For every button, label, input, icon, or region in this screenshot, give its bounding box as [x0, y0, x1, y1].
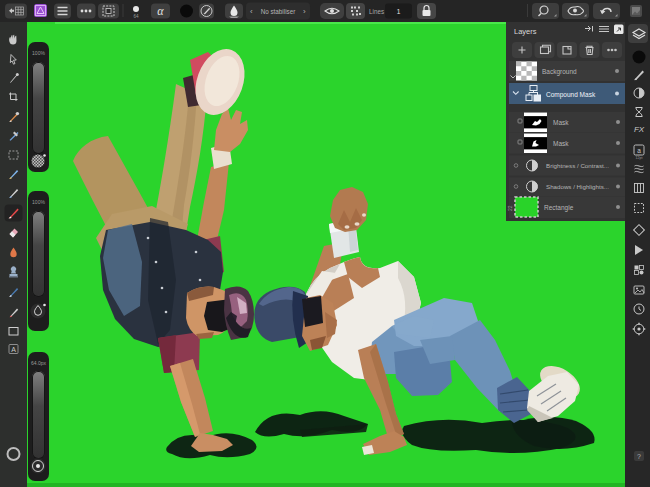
svg-text:α: α [157, 4, 164, 18]
svg-text:FX: FX [634, 125, 645, 134]
svg-text:Rectangle: Rectangle [544, 204, 574, 212]
svg-text:Background: Background [542, 68, 577, 76]
svg-text:1: 1 [397, 8, 401, 15]
svg-text:Mask: Mask [553, 119, 569, 126]
svg-text:a: a [637, 147, 641, 154]
svg-text:›: › [303, 7, 306, 16]
svg-text:Brightness / Contrast...: Brightness / Contrast... [546, 162, 609, 169]
svg-text:‹: ‹ [250, 7, 253, 16]
svg-text:22: 22 [507, 205, 513, 211]
svg-text:12pt: 12pt [636, 156, 643, 160]
svg-text:A: A [11, 346, 16, 353]
svg-text:64: 64 [133, 14, 139, 19]
svg-text:No stabiliser: No stabiliser [261, 8, 296, 15]
svg-text:Layers: Layers [514, 27, 537, 36]
svg-text:?: ? [637, 453, 641, 460]
svg-text:Lines: Lines [369, 8, 384, 15]
svg-text:Compound Mask: Compound Mask [546, 91, 596, 99]
svg-text:Mask: Mask [553, 140, 569, 147]
svg-text:Shadows / Highlights...: Shadows / Highlights... [546, 183, 609, 190]
